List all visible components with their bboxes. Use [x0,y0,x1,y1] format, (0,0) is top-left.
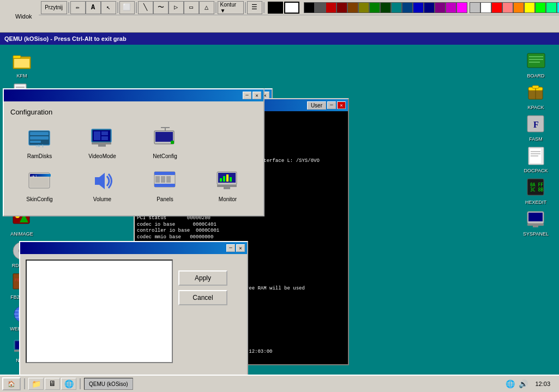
volume-icon [89,168,116,194]
svg-rect-91 [224,187,230,189]
separator-4 [215,2,217,13]
preview-area [26,260,173,363]
tray-volume-icon[interactable]: 🔊 [518,378,528,389]
docpack-label: DOCPACK [524,168,548,173]
svg-rect-59 [30,141,41,143]
config-window-buttons: ─ ✕ [243,92,261,99]
color-cyan[interactable] [557,2,559,13]
kpack-label: KPACK [528,105,544,110]
config-volume[interactable]: Volume [73,166,131,204]
icon-docpack[interactable]: DOCPACK [517,145,555,173]
taskbar-quick-launch: 📁 🖥 🌐 [28,378,76,390]
config-minimize-btn[interactable]: ─ [243,92,251,99]
kontur-button[interactable]: Kontur ▼ [218,1,244,14]
cursor-icon[interactable]: ↖ [101,1,116,14]
debug-close-btn[interactable]: ✕ [337,101,346,109]
svg-rect-54 [527,224,544,226]
przytnij-button[interactable]: Przytnij [41,1,67,14]
sub-dialog-close-btn[interactable]: ✕ [236,244,245,252]
secondary-color[interactable] [284,2,299,14]
icon-fasm[interactable]: F FASM [517,113,555,142]
polygon-icon[interactable]: ▷ [169,1,184,14]
config-skinconfig[interactable]: nk 1 SkinConfig [10,166,69,204]
taskbar-top: Widok Przytnij ✏ A ↖ ⬜ ╲ 〜 ▷ ▭ △ Kontur … [0,0,559,33]
menu-item-widok[interactable]: Widok [11,12,37,21]
taskbar-monitor-icon[interactable]: 🖥 [45,378,60,390]
color-green3[interactable] [369,2,380,13]
color-mint[interactable] [546,2,557,13]
color-darkred[interactable] [336,2,347,13]
right-icon-panel: BOARD KPACK F FASM [513,45,559,392]
icon-kpack[interactable]: KPACK [517,82,555,110]
color-white[interactable] [480,2,491,13]
skinconfig-label: SkinConfig [26,196,52,202]
start-button[interactable]: 🏠 [2,377,21,390]
apply-button[interactable]: Apply [178,270,227,286]
config-window: ─ ✕ Configuration nk 1 [3,88,265,216]
color-black[interactable] [304,2,315,13]
svg-rect-58 [30,136,49,140]
icon-board[interactable]: BOARD [517,50,555,79]
sub-dialog-minimize-btn[interactable]: ─ [226,244,235,252]
icon-kfm[interactable]: KFM [3,50,41,79]
svg-rect-1 [13,56,21,58]
taskbar-folder-icon[interactable]: 📁 [28,378,44,390]
config-netconfig[interactable]: NetConfig [136,123,194,161]
icon-syspanel[interactable]: SYSPANEL [517,208,555,237]
shapes-icon[interactable]: ╲ [138,1,153,14]
animage-label: ANIMAGE [10,231,33,237]
cancel-button[interactable]: Cancel [178,290,227,305]
taskbar-globe-icon[interactable]: 🌐 [61,378,76,390]
color-purple2[interactable] [435,2,446,13]
icon-hexedit[interactable]: 0A FF 3C 8B HEXEDIT [517,177,555,205]
color-violet[interactable] [446,2,456,13]
curve-icon[interactable]: 〜 [153,1,169,14]
menu-item-blank[interactable] [2,15,11,17]
debug-user-button[interactable]: User [307,101,326,110]
taskbar-separator-2 [80,378,81,389]
color-red[interactable] [326,2,336,13]
kfm-label: KFM [17,73,27,79]
svg-text:0A FF: 0A FF [530,183,543,188]
docpack-icon [525,145,547,167]
color-lime[interactable] [535,2,546,13]
taskbar-qemu-task[interactable]: QEMU (kOSiso) [84,378,133,390]
text-icon[interactable]: A [86,1,101,14]
color-darkgray[interactable] [315,2,326,13]
color-orange[interactable] [513,2,524,13]
debug-minimize-btn[interactable]: ─ [327,101,336,109]
color-navy[interactable] [424,2,435,13]
config-videomode[interactable]: VideoMode [73,123,131,161]
videomode-icon [89,125,116,151]
sub-dialog-body: Apply Cancel [20,254,247,376]
color-darkgreen[interactable] [380,2,391,13]
config-panels[interactable]: Panels [136,166,194,204]
triangle-icon[interactable]: △ [199,1,214,14]
rect-icon[interactable]: ▭ [184,1,199,14]
color-pink[interactable] [456,2,467,13]
menu-bar: Widok [0,0,39,32]
color-lightgray[interactable] [470,2,480,13]
config-ramdisks[interactable]: nk 1 RamDisks [10,123,69,161]
tray-network-icon[interactable]: 🌐 [504,378,515,389]
syspanel-icon [525,208,547,230]
menu-lines-icon[interactable]: ☰ [247,1,262,14]
svg-rect-81 [155,176,160,183]
hexedit-label: HEXEDIT [525,200,546,205]
primary-color[interactable] [268,2,283,14]
color-blue3[interactable] [413,2,424,13]
color-salmon[interactable] [502,2,513,13]
color-brightred[interactable] [491,2,502,13]
taskbar-clock: 12:03 [531,381,555,387]
color-yellow[interactable] [524,2,535,13]
pencil-icon[interactable]: ✏ [70,1,86,14]
config-monitor[interactable]: Monitor [199,166,257,204]
config-close-btn[interactable]: ✕ [253,92,261,99]
color-yellow2[interactable] [358,2,369,13]
svg-rect-82 [161,176,165,183]
svg-rect-69 [155,132,173,142]
color-orange2[interactable] [347,2,358,13]
rect-select-icon[interactable]: ⬜ [119,1,135,14]
color-teal[interactable] [391,2,402,13]
color-darkteal[interactable] [402,2,413,13]
